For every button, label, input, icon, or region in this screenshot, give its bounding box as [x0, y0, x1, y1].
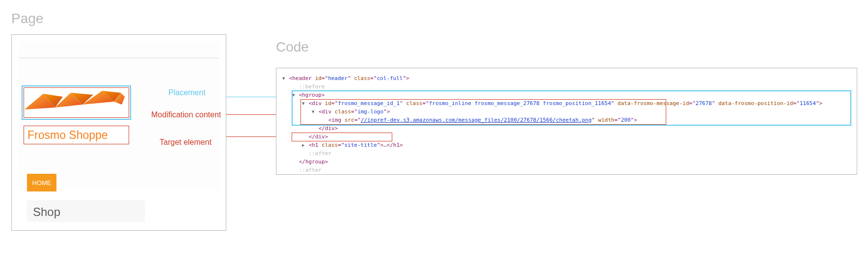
code-line-hgroup-close: </hgroup>: [281, 158, 852, 166]
fold-arrow-icon[interactable]: [311, 108, 315, 116]
code-line-header-open: <header id="header" class="col-full">: [281, 74, 852, 82]
code-line-img: <img src="//inpref-dev.s3.amazonaws.com/…: [281, 116, 852, 124]
modification-outline: [24, 87, 129, 118]
fold-arrow-icon[interactable]: [301, 141, 305, 149]
fold-arrow-icon[interactable]: [301, 99, 305, 108]
nav-shop[interactable]: Shop: [27, 200, 145, 222]
site-title-text: Frosmo Shoppe: [27, 129, 108, 142]
code-line-before: ::before: [281, 82, 852, 91]
code-line-frosmo-div: <div id="frosmo_message_id_1" class="fro…: [281, 99, 852, 108]
code-line-hgroup-open: <hgroup>: [281, 91, 852, 99]
page-divider: [19, 57, 219, 58]
code-line-header-close: </header>: [281, 174, 852, 175]
page-heading: Page: [11, 11, 43, 27]
code-line-after2: ::after: [281, 166, 852, 174]
target-element-outline: Frosmo Shoppe: [24, 126, 129, 144]
code-line-after1: ::after: [281, 149, 852, 158]
fold-arrow-icon[interactable]: [291, 91, 296, 99]
code-heading: Code: [276, 39, 309, 55]
annotation-target-label: Target element: [160, 138, 212, 147]
code-line-img-div-open: <div class="img-logo">: [281, 108, 852, 116]
code-panel: <header id="header" class="col-full"> ::…: [276, 68, 857, 175]
annotation-modification-label: Modification content: [151, 110, 221, 119]
code-line-h1: <h1 class="site-title">…</h1>: [281, 141, 852, 149]
nav-home[interactable]: HOME: [27, 174, 56, 191]
code-line-img-div-close: </div>: [281, 124, 852, 133]
code-line-frosmo-div-close: </div>: [281, 133, 852, 141]
fold-arrow-icon[interactable]: [281, 74, 286, 82]
annotation-placement-label: Placement: [168, 88, 206, 97]
